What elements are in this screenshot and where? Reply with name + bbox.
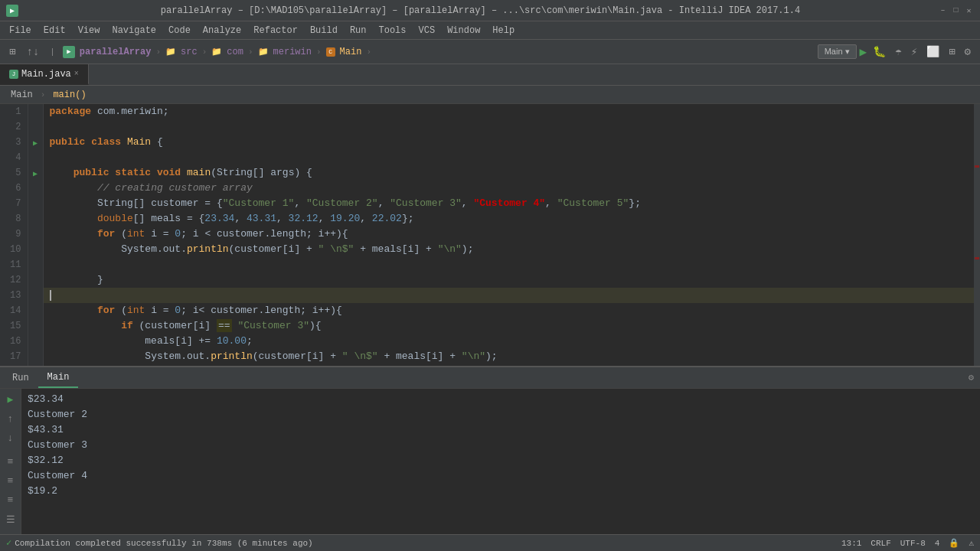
settings-button[interactable]: ⚙ [962,44,974,60]
file-tabs: J Main.java × [0,64,980,86]
success-icon: ✓ [6,537,11,549]
code-content-2[interactable] [43,119,974,135]
console-icon-2[interactable]: ≡ [6,474,15,488]
menu-view[interactable]: View [72,24,106,37]
menu-analyze[interactable]: Analyze [197,24,247,37]
run-config-dropdown[interactable]: Main ▾ [818,44,857,59]
menu-edit[interactable]: Edit [38,24,72,37]
run-button[interactable]: ▶ [860,44,867,60]
code-content-7[interactable]: String[] customer = {"Customer 1", "Cust… [43,196,974,211]
gutter-7 [28,196,43,211]
file-tab-close[interactable]: × [74,70,79,78]
coverage-button[interactable]: ☂ [892,44,904,60]
code-content-5[interactable]: public static void main(String[] args) { [43,165,974,181]
code-row-9: 9 for (int i = 0; i < customer.length; i… [0,227,974,242]
code-content-6[interactable]: // creating customer array [43,181,974,196]
code-row-7: 7 String[] customer = {"Customer 1", "Cu… [0,196,974,211]
profiler-button[interactable]: ⚡ [908,44,920,60]
maximize-button[interactable]: □ [951,5,961,15]
menu-help[interactable]: Help [486,24,521,37]
menu-bar: File Edit View Navigate Code Analyze Ref… [0,21,980,40]
console-line-7: $32.12 [28,453,974,468]
status-icon-1[interactable]: 🔒 [949,538,959,548]
title-bar: ▶ parallelArray – [D:\MAD105\parallelArr… [0,0,980,21]
console-stop-icon[interactable]: ↓ [6,431,15,445]
method-main[interactable]: main() [48,88,90,102]
status-indent[interactable]: 4 [935,539,940,548]
menu-navigate[interactable]: Navigate [106,24,162,37]
menu-run[interactable]: Run [344,24,373,37]
code-content-10[interactable]: System.out.println(customer[i] + " \n$" … [43,242,974,257]
line-number-3: 3 [0,135,28,150]
breadcrumb-src[interactable]: src [181,47,198,57]
menu-file[interactable]: File [3,24,38,37]
method-class[interactable]: Main [6,88,38,102]
minimize-button[interactable]: – [938,5,948,15]
status-bar: ✓ Compilation completed successfully in … [0,534,980,551]
menu-build[interactable]: Build [304,24,344,37]
window-controls[interactable]: – □ ✕ [938,5,974,15]
menu-refactor[interactable]: Refactor [247,24,304,37]
grid-view-button[interactable]: ⊞ [946,44,958,60]
code-content-14[interactable]: for (int i = 0; i< customer.length; i++)… [43,303,974,318]
console-icon-4[interactable]: ☰ [5,512,17,527]
code-content-11[interactable] [43,257,974,272]
stop-button[interactable]: ⬜ [923,44,942,60]
console-rerun-icon[interactable]: ↑ [6,412,15,426]
code-row-8: 8 double[] meals = {23.34, 43.31, 32.12,… [0,211,974,227]
code-content-1[interactable]: package com.meriwin; [43,104,974,119]
code-content-12[interactable]: } [43,272,974,288]
code-content-13[interactable] [43,288,974,303]
gutter-6 [28,181,43,196]
breadcrumb-meriwin[interactable]: meriwin [273,47,312,57]
run-arrow-5[interactable]: ▶ [33,170,38,178]
close-button[interactable]: ✕ [964,5,974,15]
status-line-ending[interactable]: CRLF [871,539,890,548]
breadcrumb-com[interactable]: com [227,47,243,57]
app-icon: ▶ [6,5,18,17]
debug-button[interactable]: 🐛 [870,44,889,60]
code-editor[interactable]: 1 package com.meriwin; 2 3 ▶ public clas… [0,104,974,366]
breadcrumb-project[interactable]: parallelArray [80,47,152,57]
line-number-14: 14 [0,303,28,318]
method-bar: Main › main() [0,86,980,104]
code-content-18[interactable] [43,364,974,366]
menu-vcs[interactable]: VCS [413,24,442,37]
status-position[interactable]: 13:1 [841,539,861,548]
code-content-8[interactable]: double[] meals = {23.34, 43.31, 32.12, 1… [43,211,974,227]
code-content-4[interactable] [43,150,974,165]
console-line-3: Customer 2 [28,407,974,422]
error-mark-2 [975,257,979,259]
menu-code[interactable]: Code [162,24,197,37]
toolbar-icon-2[interactable]: ↑↓ [23,44,42,60]
code-content-16[interactable]: meals[i] += 10.00; [43,334,974,349]
code-row-11: 11 [0,257,974,272]
error-mark-1 [975,165,979,168]
line-number-5: 5 [0,165,28,181]
gutter-11 [28,257,43,272]
file-tab-main[interactable]: J Main.java × [0,64,89,85]
line-number-11: 11 [0,257,28,272]
code-content-17[interactable]: System.out.println(customer[i] + " \n$" … [43,349,974,364]
status-encoding[interactable]: UTF-8 [900,539,926,548]
code-content-15[interactable]: if (customer[i] == "Customer 3"){ [43,318,974,334]
console-output[interactable]: $23.34 Customer 2 $43.31 Customer 3 $32.… [21,389,980,534]
run-arrow-3[interactable]: ▶ [33,139,38,148]
console-icon-1[interactable]: ≡ [6,455,15,469]
menu-tools[interactable]: Tools [373,24,413,37]
bottom-tab-run[interactable]: Run [3,367,38,388]
status-icon-2[interactable]: ⚠ [969,538,974,548]
console-left-toolbar: ▶ ↑ ↓ ≡ ≡ ≡ ☰ ⊠ ⊠ [0,389,21,534]
code-row-17: 17 System.out.println(customer[i] + " \n… [0,349,974,364]
toolbar-icon-1[interactable]: ⊞ [6,44,18,60]
editor-area: 1 package com.meriwin; 2 3 ▶ public clas… [0,104,980,366]
menu-window[interactable]: Window [441,24,486,37]
code-content-3[interactable]: public class Main { [43,135,974,150]
breadcrumb-main[interactable]: Main [340,47,362,57]
settings-icon[interactable]: ⚙ [965,370,977,385]
bottom-tabs: Run Main ⚙ [0,367,980,389]
console-icon-3[interactable]: ≡ [6,493,15,507]
code-content-9[interactable]: for (int i = 0; i < customer.length; i++… [43,227,974,242]
console-run-icon[interactable]: ▶ [6,392,15,407]
bottom-tab-main[interactable]: Main [38,367,79,388]
